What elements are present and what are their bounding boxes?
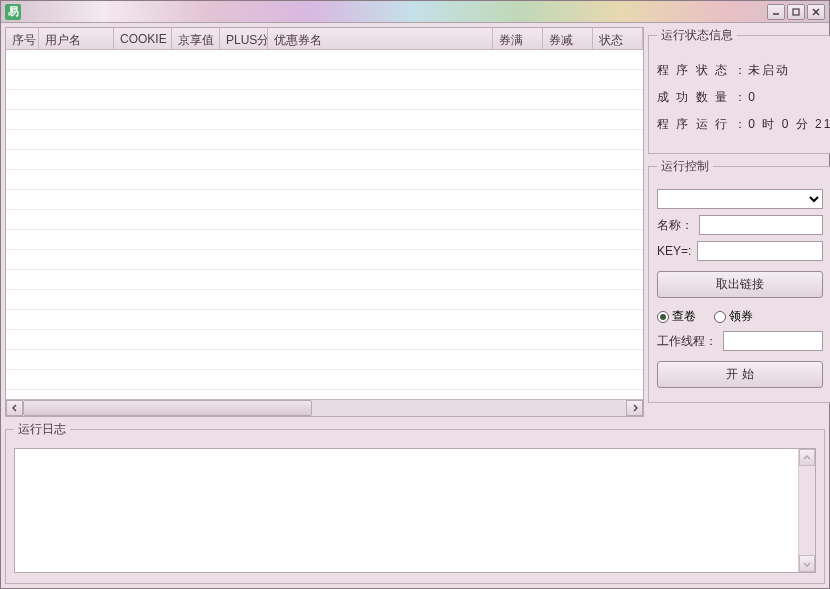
table-row[interactable] (6, 350, 643, 370)
table-row[interactable] (6, 230, 643, 250)
key-input[interactable] (697, 241, 823, 261)
scroll-thumb[interactable] (23, 400, 312, 416)
column-header[interactable]: 券减 (543, 28, 593, 49)
threads-label: 工作线程： (657, 333, 717, 350)
table-row[interactable] (6, 130, 643, 150)
scroll-left-button[interactable] (6, 400, 23, 416)
control-panel: 运行控制 名称： KEY=: 取出链接 (648, 158, 830, 403)
minimize-icon (771, 7, 781, 17)
key-label: KEY=: (657, 244, 691, 258)
radio-icon (714, 311, 726, 323)
app-icon: 易 (5, 4, 21, 20)
table-row[interactable] (6, 190, 643, 210)
table-row[interactable] (6, 170, 643, 190)
log-legend: 运行日志 (14, 421, 70, 438)
data-table[interactable]: 序号用户名COOKIE京享值PLUS分优惠券名券满券减状态 (5, 27, 644, 417)
control-legend: 运行控制 (657, 158, 713, 175)
chevron-right-icon (631, 404, 639, 412)
maximize-icon (791, 7, 801, 17)
select-dropdown[interactable] (657, 189, 823, 209)
table-row[interactable] (6, 150, 643, 170)
column-header[interactable]: 状态 (593, 28, 643, 49)
table-row[interactable] (6, 50, 643, 70)
scroll-track[interactable] (23, 400, 626, 416)
radio-icon (657, 311, 669, 323)
radio-chajuan[interactable]: 查卷 (657, 308, 696, 325)
table-row[interactable] (6, 330, 643, 350)
start-button[interactable]: 开 始 (657, 361, 823, 388)
program-state-row: 程 序 状 态 ：未启动 (657, 62, 830, 79)
column-header[interactable]: PLUS分 (220, 28, 268, 49)
close-button[interactable] (807, 4, 825, 20)
vertical-scrollbar[interactable] (798, 449, 815, 572)
table-header: 序号用户名COOKIE京享值PLUS分优惠券名券满券减状态 (6, 28, 643, 50)
name-label: 名称： (657, 217, 693, 234)
titlebar[interactable]: 易 (1, 1, 829, 23)
chevron-up-icon (803, 454, 811, 462)
chevron-down-icon (803, 560, 811, 568)
status-legend: 运行状态信息 (657, 27, 737, 44)
scroll-down-button[interactable] (799, 555, 815, 572)
column-header[interactable]: 京享值 (172, 28, 220, 49)
column-header[interactable]: COOKIE (114, 28, 172, 49)
extract-link-button[interactable]: 取出链接 (657, 271, 823, 298)
column-header[interactable]: 券满 (493, 28, 543, 49)
close-icon (811, 7, 821, 17)
scroll-right-button[interactable] (626, 400, 643, 416)
radio-label: 领券 (729, 308, 753, 325)
main-window: 易 序号用户名COOKIE京享值PLUS分优惠券名券满券减状态 (0, 0, 830, 589)
table-row[interactable] (6, 110, 643, 130)
runtime-row: 程 序 运 行 ：0 时 0 分 21 (657, 116, 830, 133)
horizontal-scrollbar[interactable] (6, 399, 643, 416)
column-header[interactable]: 优惠券名 (268, 28, 493, 49)
status-panel: 运行状态信息 程 序 状 态 ：未启动 成 功 数 量 ：0 程 序 运 行 ：… (648, 27, 830, 154)
radio-label: 查卷 (672, 308, 696, 325)
table-body[interactable] (6, 50, 643, 399)
table-row[interactable] (6, 90, 643, 110)
maximize-button[interactable] (787, 4, 805, 20)
name-input[interactable] (699, 215, 823, 235)
radio-lingquan[interactable]: 领券 (714, 308, 753, 325)
log-textarea[interactable] (14, 448, 816, 573)
scroll-up-button[interactable] (799, 449, 815, 466)
table-row[interactable] (6, 270, 643, 290)
table-row[interactable] (6, 250, 643, 270)
svg-rect-1 (793, 9, 799, 15)
table-row[interactable] (6, 210, 643, 230)
log-panel: 运行日志 (5, 421, 825, 584)
table-row[interactable] (6, 70, 643, 90)
column-header[interactable]: 序号 (6, 28, 39, 49)
table-row[interactable] (6, 370, 643, 390)
success-count-row: 成 功 数 量 ：0 (657, 89, 830, 106)
column-header[interactable]: 用户名 (39, 28, 114, 49)
table-row[interactable] (6, 310, 643, 330)
chevron-left-icon (11, 404, 19, 412)
minimize-button[interactable] (767, 4, 785, 20)
threads-input[interactable] (723, 331, 823, 351)
table-row[interactable] (6, 290, 643, 310)
